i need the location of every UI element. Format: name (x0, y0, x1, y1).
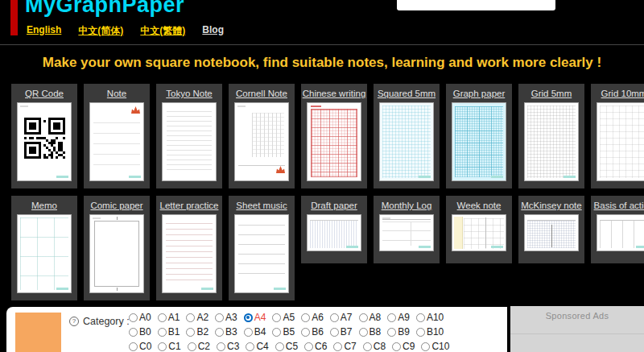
radio-circle-icon (244, 328, 253, 337)
category-radio-b3[interactable]: B3 (215, 326, 237, 338)
template-card-note[interactable]: Note (84, 84, 150, 188)
nav-link-chinese-traditional[interactable]: 中文(繁體) (140, 24, 185, 38)
template-label[interactable]: Week note (457, 201, 502, 210)
template-card-grid-10mm[interactable]: Grid 10mm (591, 84, 644, 188)
category-radio-b7[interactable]: B7 (330, 326, 353, 338)
template-label[interactable]: Note (107, 89, 126, 98)
category-radio-b8[interactable]: B8 (359, 326, 382, 338)
category-radio-c5[interactable]: C5 (275, 341, 298, 352)
template-card-week-note[interactable]: Week note (446, 196, 512, 263)
template-label[interactable]: Cornell Note (236, 89, 287, 98)
template-card-grid-5mm[interactable]: Grid 5mm (518, 84, 584, 188)
category-radio-a0[interactable]: A0 (129, 312, 151, 323)
category-radio-c7[interactable]: C7 (333, 341, 356, 352)
search-input[interactable] (397, 0, 555, 10)
paper-preview-squared-5mm (379, 102, 434, 181)
radio-option-label: B2 (196, 326, 208, 338)
template-label[interactable]: Memo (31, 201, 57, 210)
category-radio-a9[interactable]: A9 (387, 312, 410, 323)
radio-circle-icon (272, 313, 281, 322)
nav-link-blog[interactable]: Blog (202, 24, 224, 38)
paper-color-swatch[interactable] (15, 313, 61, 352)
radio-circle-icon (330, 328, 339, 337)
template-label[interactable]: Grid 10mm (601, 89, 644, 98)
template-label[interactable]: Squared 5mm (378, 89, 436, 98)
category-radio-b10[interactable]: B10 (416, 326, 444, 338)
radio-option-label: A10 (427, 312, 444, 323)
category-radio-b2[interactable]: B2 (186, 326, 208, 338)
radio-option-label: B7 (341, 326, 353, 338)
radio-option-label: B10 (427, 326, 444, 338)
category-radio-a8[interactable]: A8 (359, 312, 382, 323)
category-radio-b4[interactable]: B4 (244, 326, 266, 338)
category-radio-a6[interactable]: A6 (301, 312, 324, 323)
category-radio-b6[interactable]: B6 (301, 326, 324, 338)
category-radio-b1[interactable]: B1 (158, 326, 180, 338)
category-radio-c6[interactable]: C6 (304, 341, 327, 352)
mygraphpaper-page: MyGraphPaper English 中文(简体) 中文(繁體) Blog … (0, 0, 644, 352)
template-card-graph-paper[interactable]: Graph paper (446, 84, 512, 188)
paper-preview-memo (17, 214, 72, 293)
template-label[interactable]: Grid 5mm (531, 89, 572, 98)
radio-circle-icon (275, 342, 284, 351)
category-radio-c4[interactable]: C4 (246, 341, 268, 352)
template-label[interactable]: Letter practice (160, 201, 219, 210)
template-label[interactable]: QR Code (25, 89, 64, 98)
template-label[interactable]: Basis of action (594, 201, 644, 210)
template-card-comic-paper[interactable]: Comic paper (84, 196, 150, 300)
paper-preview-grid-5mm (524, 102, 579, 181)
radio-circle-icon (186, 328, 195, 337)
category-radio-c9[interactable]: C9 (392, 341, 415, 352)
category-radio-a7[interactable]: A7 (330, 312, 353, 323)
paper-preview-sheet-music (234, 214, 289, 293)
template-card-cornell-note[interactable]: Cornell Note (229, 84, 295, 188)
category-radio-c8[interactable]: C8 (363, 341, 386, 352)
nav-link-chinese-simplified[interactable]: 中文(简体) (78, 24, 123, 38)
template-card-memo[interactable]: Memo (11, 196, 77, 300)
template-label[interactable]: Monthly Log (382, 201, 432, 210)
category-radio-a2[interactable]: A2 (186, 312, 208, 323)
paper-preview-cornell-note (234, 102, 289, 181)
category-radio-c2[interactable]: C2 (188, 341, 210, 352)
help-icon[interactable]: ? (69, 317, 79, 326)
category-radio-a10[interactable]: A10 (416, 312, 444, 323)
template-label[interactable]: Tokyo Note (166, 89, 213, 98)
template-card-basis-of-action[interactable]: Basis of action (591, 196, 644, 263)
template-card-draft-paper[interactable]: Draft paper (301, 196, 367, 263)
paper-preview-chinese-writing (307, 102, 361, 181)
radio-option-label: C2 (198, 341, 210, 352)
category-radio-c0[interactable]: C0 (129, 341, 151, 352)
template-label[interactable]: Sheet music (236, 201, 287, 210)
radio-option-label: C6 (315, 341, 327, 352)
category-radio-c3[interactable]: C3 (217, 341, 239, 352)
category-radio-c10[interactable]: C10 (421, 341, 449, 352)
radio-circle-icon (186, 313, 195, 322)
radio-option-label: C8 (374, 341, 386, 352)
category-radio-a4[interactable]: A4 (244, 312, 266, 323)
template-label[interactable]: Chinese writing (303, 89, 366, 98)
template-card-qr-code[interactable]: QR Code (11, 84, 77, 188)
template-label[interactable]: Comic paper (90, 201, 142, 210)
paper-preview-letter-practice (162, 214, 217, 293)
category-radio-b9[interactable]: B9 (387, 326, 410, 338)
category-radio-a5[interactable]: A5 (272, 312, 295, 323)
radio-circle-icon (129, 313, 138, 322)
radio-option-label: C3 (227, 341, 239, 352)
template-card-letter-practice[interactable]: Letter practice (156, 196, 222, 300)
category-radio-a3[interactable]: A3 (215, 312, 237, 323)
category-radio-b5[interactable]: B5 (272, 326, 295, 338)
template-label[interactable]: Draft paper (311, 201, 357, 210)
template-card-squared-5mm[interactable]: Squared 5mm (374, 84, 440, 188)
nav-link-english[interactable]: English (27, 24, 61, 38)
template-label[interactable]: Graph paper (453, 89, 506, 98)
template-card-mckinsey-note[interactable]: McKinsey note (518, 196, 584, 263)
template-card-sheet-music[interactable]: Sheet music (229, 196, 295, 300)
template-card-tokyo-note[interactable]: Tokyo Note (156, 84, 222, 188)
template-card-monthly-log[interactable]: Monthly Log (374, 196, 440, 263)
category-radio-c1[interactable]: C1 (158, 341, 180, 352)
template-card-chinese-writing[interactable]: Chinese writing (301, 84, 367, 188)
category-radio-a1[interactable]: A1 (158, 312, 180, 323)
category-radio-b0[interactable]: B0 (129, 326, 151, 338)
template-label[interactable]: McKinsey note (521, 201, 581, 210)
radio-circle-icon (129, 342, 138, 351)
